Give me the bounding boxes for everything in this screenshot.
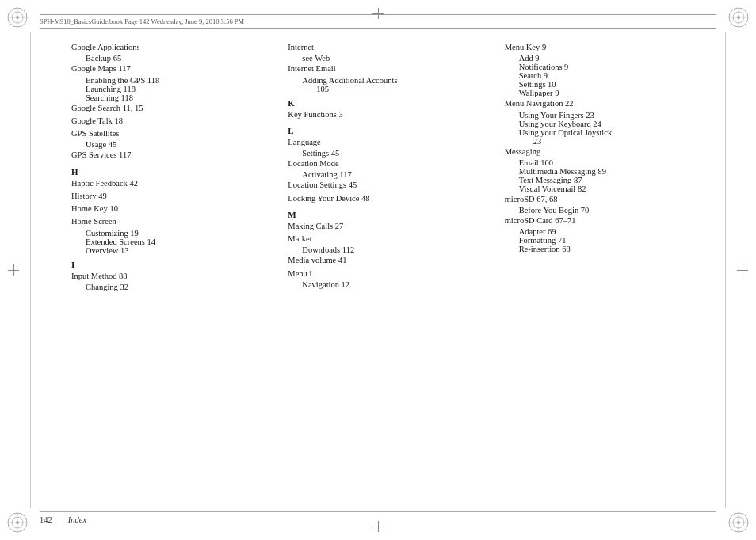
index-entry: Key Functions 3	[288, 108, 491, 121]
index-entry: M	[288, 210, 491, 219]
index-sub-entry: Re-insertion 68	[505, 245, 708, 253]
index-entry: I	[71, 260, 275, 269]
column-1: Google ApplicationsBackup 65Google Maps …	[40, 41, 281, 502]
column-2: Internetsee WebInternet EmailAdding Addi…	[281, 41, 498, 502]
index-entry: K	[288, 98, 491, 108]
index-entry: Menu Navigation 22	[505, 97, 708, 110]
footer: 142 Index	[40, 511, 716, 524]
index-entry: Google Applications	[71, 41, 275, 54]
index-sub-entry: Searching 118	[71, 93, 275, 102]
index-entry: GPS Services 117	[71, 149, 275, 162]
index-sub-entry: Extended Screens 14	[71, 238, 275, 246]
corner-decoration-tr	[727, 6, 750, 29]
index-sub-entry: Before You Begin 70	[505, 206, 708, 215]
footer-page-number: 142	[40, 515, 52, 524]
index-sub-entry: Downloads 112	[288, 245, 491, 254]
index-entry: Language	[288, 136, 491, 149]
index-entry: H	[71, 167, 275, 177]
index-sub-entry: Add 9	[505, 54, 708, 63]
index-entry: L	[288, 126, 491, 135]
index-sub-entry: Using your Keyboard 24	[505, 120, 708, 128]
index-sub-entry: Email 100	[505, 158, 708, 167]
index-sub-entry: Formatting 71	[505, 236, 708, 245]
index-sub2-entry: 105	[288, 85, 491, 93]
index-sub-entry: see Web	[288, 54, 491, 63]
index-entry: Menu Key 9	[505, 41, 708, 54]
index-sub-entry: Multimedia Messaging 89	[505, 167, 708, 176]
footer-section-title: Index	[68, 515, 86, 524]
index-sub-entry: Launching 118	[71, 85, 275, 93]
index-sub-entry: Backup 65	[71, 54, 275, 63]
index-entry: Home Screen	[71, 215, 275, 228]
index-entry: GPS Satellites	[71, 127, 275, 140]
index-sub-entry: Activating 117	[288, 170, 491, 179]
index-entry: Menu i	[288, 268, 491, 280]
index-entry: Home Key 10	[71, 203, 275, 215]
index-sub-entry: Wallpaper 9	[505, 89, 708, 97]
index-sub-entry: Settings 10	[505, 80, 708, 89]
index-sub-entry: Text Messaging 87	[505, 176, 708, 184]
index-entry: Location Mode	[288, 158, 491, 170]
index-entry: microSD Card 67–71	[505, 215, 708, 227]
index-sub-entry: Enabling the GPS 118	[71, 76, 275, 85]
index-entry: Internet	[288, 41, 491, 54]
index-entry: Location Settings 45	[288, 179, 491, 192]
corner-decoration-br	[727, 511, 750, 534]
index-entry: Market	[288, 233, 491, 245]
index-entry: Messaging	[505, 146, 708, 158]
corner-decoration-bl	[6, 511, 29, 534]
corner-decoration-tl	[6, 6, 29, 29]
border-right	[725, 32, 726, 508]
index-entry: Media volume 41	[288, 254, 491, 267]
index-sub-entry: Navigation 12	[288, 280, 491, 289]
index-sub-entry: Customizing 19	[71, 229, 275, 238]
index-entry: Google Search 11, 15	[71, 102, 275, 115]
index-entry: Google Talk 18	[71, 115, 275, 127]
index-sub-entry: Notifications 9	[505, 63, 708, 71]
index-sub-entry: Using Your Fingers 23	[505, 111, 708, 120]
column-3: Menu Key 9Add 9Notifications 9Search 9Se…	[498, 41, 716, 502]
header-text: SPH-M910_BasicsGuide.book Page 142 Wedne…	[40, 17, 244, 25]
index-entry: History 49	[71, 190, 275, 203]
crosshair-left	[8, 264, 19, 276]
index-entry: Internet Email	[288, 63, 491, 75]
index-sub-entry: Using your Optical Joystick	[505, 128, 708, 137]
index-sub-entry: Adding Additional Accounts	[288, 76, 491, 85]
index-sub-entry: Adapter 69	[505, 227, 708, 236]
index-sub-entry: Search 9	[505, 71, 708, 80]
index-sub-entry: Usage 45	[71, 140, 275, 149]
index-entry: Google Maps 117	[71, 63, 275, 75]
crosshair-right	[737, 264, 748, 276]
index-entry: Haptic Feedback 42	[71, 177, 275, 190]
header-bar: SPH-M910_BasicsGuide.book Page 142 Wedne…	[40, 14, 716, 29]
index-entry: microSD 67, 68	[505, 193, 708, 206]
index-sub-entry: Overview 13	[71, 246, 275, 255]
index-entry: Making Calls 27	[288, 220, 491, 233]
index-sub-entry: Changing 32	[71, 283, 275, 291]
index-entry: Input Method 88	[71, 270, 275, 283]
index-sub2-entry: 23	[505, 137, 708, 146]
main-content: Google ApplicationsBackup 65Google Maps …	[40, 41, 716, 502]
index-sub-entry: Settings 45	[288, 149, 491, 158]
border-left	[30, 32, 31, 508]
index-entry: Locking Your Device 48	[288, 192, 491, 205]
index-sub-entry: Visual Voicemail 82	[505, 184, 708, 193]
